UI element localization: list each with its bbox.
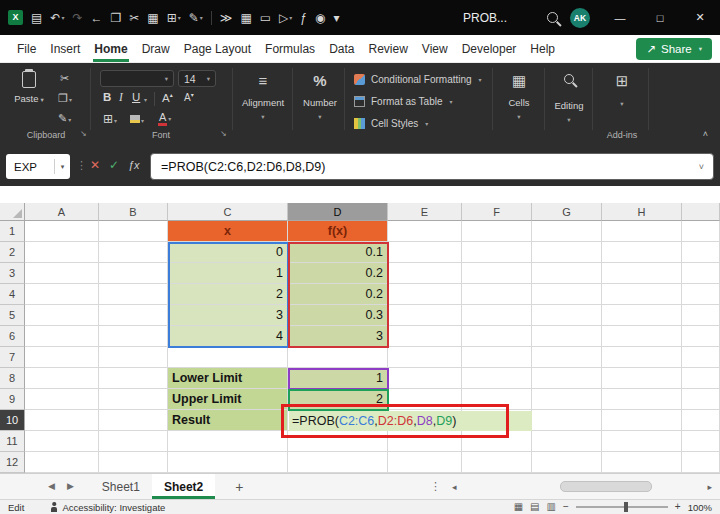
column-header-H[interactable]: H — [602, 203, 682, 221]
cell-H3[interactable] — [602, 263, 682, 284]
cell-E11[interactable] — [388, 431, 462, 452]
cell-D11[interactable] — [288, 431, 388, 452]
cell-D3[interactable]: 0.2 — [288, 263, 388, 284]
cell-A11[interactable] — [25, 431, 99, 452]
cell-H7[interactable] — [602, 347, 682, 368]
row-header-2[interactable]: 2 — [0, 242, 25, 263]
zoom-out-button[interactable]: − — [563, 502, 569, 512]
tab-data[interactable]: Data — [322, 35, 361, 62]
cell-styles-button[interactable]: Cell Styles▾ — [354, 115, 428, 131]
cell-C7[interactable] — [168, 347, 288, 368]
record-macro-icon[interactable]: ◉ — [315, 12, 325, 24]
cell-E8[interactable] — [388, 368, 462, 389]
cell-F3[interactable] — [462, 263, 532, 284]
cell-G1[interactable] — [532, 221, 602, 242]
formula-input[interactable]: =PROB(C2:C6,D2:D6,D8,D9) ˅ — [150, 153, 714, 180]
indent-icon[interactable]: ≫ — [220, 12, 233, 24]
cell-B2[interactable] — [99, 242, 168, 263]
zoom-percentage[interactable]: 100% — [688, 502, 712, 513]
cell-I6[interactable] — [682, 326, 720, 347]
search-icon[interactable] — [547, 12, 558, 23]
cell-G5[interactable] — [532, 305, 602, 326]
number-group-button[interactable]: % Number ▾ — [296, 71, 344, 121]
cell-H5[interactable] — [602, 305, 682, 326]
cell-E6[interactable] — [388, 326, 462, 347]
cell-D7[interactable] — [288, 347, 388, 368]
column-header-D[interactable]: D — [288, 203, 388, 221]
cell-G12[interactable] — [532, 452, 602, 473]
cell-H6[interactable] — [602, 326, 682, 347]
cell-G6[interactable] — [532, 326, 602, 347]
zoom-slider-thumb[interactable] — [624, 502, 628, 512]
cell-D5[interactable]: 0.3 — [288, 305, 388, 326]
font-name-select[interactable]: ▾ — [100, 70, 174, 87]
table-icon[interactable]: ▦ — [240, 12, 251, 24]
cell-C10[interactable]: Result — [168, 410, 288, 431]
delete-icon[interactable]: ▭ — [260, 12, 271, 24]
cell-F4[interactable] — [462, 284, 532, 305]
more-commands-icon[interactable]: ▾ — [333, 12, 339, 24]
cell-D10-formula[interactable]: =PROB(C2:C6,D2:D6,D8,D9) — [289, 411, 532, 431]
undo-icon[interactable]: ↶▾ — [50, 12, 64, 24]
back-icon[interactable]: ← — [90, 12, 102, 24]
cell-H2[interactable] — [602, 242, 682, 263]
column-header-C[interactable]: C — [168, 203, 288, 221]
copy-icon[interactable]: ❐ — [110, 12, 121, 24]
name-box[interactable]: EXP ▾ — [6, 154, 70, 179]
name-box-dropdown-icon[interactable]: ▾ — [55, 163, 70, 171]
row-header-6[interactable]: 6 — [0, 326, 25, 347]
cell-I11[interactable] — [682, 431, 720, 452]
cell-C11[interactable] — [168, 431, 288, 452]
cell-I12[interactable] — [682, 452, 720, 473]
cell-H11[interactable] — [602, 431, 682, 452]
cell-C8[interactable]: Lower Limit — [168, 368, 288, 389]
sheet-tab-sheet2[interactable]: Sheet2 — [152, 474, 215, 499]
new-sheet-button[interactable]: + — [235, 480, 243, 494]
cell-H1[interactable] — [602, 221, 682, 242]
hscroll-right-icon[interactable]: ▸ — [707, 483, 712, 492]
italic-button[interactable]: I — [119, 92, 123, 104]
column-header-partial[interactable] — [682, 203, 720, 221]
hscroll-left-icon[interactable]: ◂ — [452, 483, 457, 492]
cell-C2[interactable]: 0 — [168, 242, 288, 263]
expand-formula-bar-icon[interactable]: ˅ — [699, 162, 704, 172]
collapse-ribbon-icon[interactable]: ˄ — [703, 129, 708, 139]
cell-E2[interactable] — [388, 242, 462, 263]
cell-I9[interactable] — [682, 389, 720, 410]
cell-I1[interactable] — [682, 221, 720, 242]
tab-view[interactable]: View — [415, 35, 455, 62]
confirm-entry-icon[interactable]: ✓ — [109, 159, 119, 171]
underline-dropdown-icon[interactable]: ▾ — [144, 96, 147, 103]
name-box-resize-handle[interactable]: ⋮ — [76, 160, 87, 171]
cell-H8[interactable] — [602, 368, 682, 389]
borders-button[interactable]: ⊞▾ — [103, 113, 117, 125]
cell-C3[interactable]: 1 — [168, 263, 288, 284]
row-header-1[interactable]: 1 — [0, 221, 25, 242]
alignment-group-button[interactable]: ≡ Alignment ▾ — [236, 71, 290, 121]
cell-I7[interactable] — [682, 347, 720, 368]
tab-insert[interactable]: Insert — [43, 35, 87, 62]
cell-E1[interactable] — [388, 221, 462, 242]
insert-function-icon[interactable]: ƒx — [128, 160, 140, 171]
cell-D4[interactable]: 0.2 — [288, 284, 388, 305]
cell-A6[interactable] — [25, 326, 99, 347]
underline-button[interactable]: U — [132, 92, 140, 104]
format-painter-button[interactable]: ✎▾ — [58, 113, 71, 124]
font-color-button[interactable]: A▾ — [158, 112, 171, 124]
cell-D2[interactable]: 0.1 — [288, 242, 388, 263]
cell-D8[interactable]: 1 — [288, 368, 388, 389]
row-header-3[interactable]: 3 — [0, 263, 25, 284]
cell-B3[interactable] — [99, 263, 168, 284]
cell-D1[interactable]: f(x) — [288, 221, 388, 242]
cell-I3[interactable] — [682, 263, 720, 284]
cell-I4[interactable] — [682, 284, 720, 305]
column-header-A[interactable]: A — [25, 203, 99, 221]
cell-E9[interactable] — [388, 389, 462, 410]
cell-B11[interactable] — [99, 431, 168, 452]
cell-H10[interactable] — [602, 410, 682, 431]
cell-G4[interactable] — [532, 284, 602, 305]
bold-button[interactable]: B — [103, 92, 111, 104]
cell-E5[interactable] — [388, 305, 462, 326]
cell-I5[interactable] — [682, 305, 720, 326]
cell-A1[interactable] — [25, 221, 99, 242]
